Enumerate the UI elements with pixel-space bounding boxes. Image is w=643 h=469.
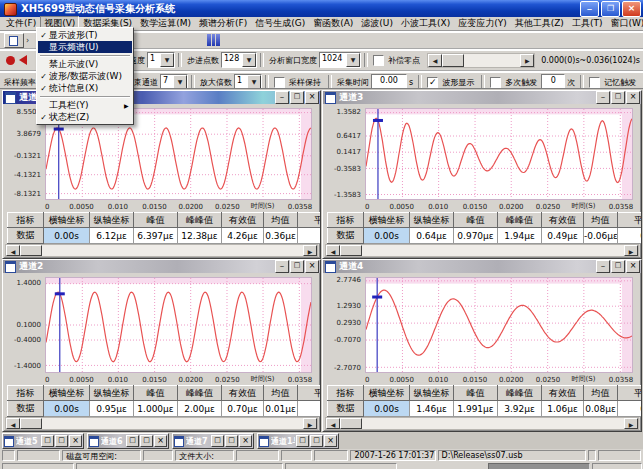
checkbox-box[interactable] (490, 77, 501, 88)
menu-item-9[interactable]: 应变应力(Y) (454, 16, 511, 31)
position-scrollbar[interactable] (427, 53, 535, 68)
menu-item[interactable]: 工具栏(Y)▶ (38, 99, 132, 111)
menu-item-4[interactable]: 频谱分析(F) (195, 16, 251, 31)
menu-item-12[interactable]: 窗口(W) (606, 16, 643, 31)
minimized-window[interactable]: 通道5 (2, 433, 84, 449)
menu-item-8[interactable]: 小波工具(X) (397, 16, 454, 31)
channel-titlebar[interactable]: 通道2 (3, 260, 320, 273)
waveform-chart[interactable]: 1.35820.64170.1417-0.3583-1.358300.00500… (325, 105, 639, 211)
menu-item-7[interactable]: 滤波(U) (357, 16, 397, 31)
maximize-button[interactable] (55, 435, 68, 447)
maximize-button[interactable] (290, 260, 304, 273)
menu-item-0[interactable]: 文件(F) (2, 16, 40, 31)
menu-item-10[interactable]: 其他工具(Z) (511, 16, 568, 31)
play-back-icon[interactable] (19, 55, 27, 65)
menu-item[interactable]: 禁止示波(V) (38, 58, 132, 70)
record-icon[interactable] (6, 56, 15, 65)
close-button[interactable] (626, 260, 640, 273)
menu-item-5[interactable]: 信号生成(G) (251, 16, 309, 31)
checkbox-box[interactable] (274, 77, 285, 88)
multi-trigger-checkbox[interactable]: 多次触发 (490, 77, 539, 88)
close-button[interactable] (154, 435, 167, 447)
scroll-left-icon[interactable] (6, 418, 20, 429)
memory-trigger-checkbox[interactable]: 记忆触发 (589, 77, 638, 88)
new-file-button[interactable] (4, 33, 24, 48)
maximize-button[interactable] (310, 435, 323, 447)
scroll-left-icon[interactable] (326, 245, 340, 256)
channel-titlebar[interactable]: 通道3 (323, 91, 641, 104)
scrollbar-track[interactable] (362, 245, 624, 256)
horizontal-scrollbar[interactable] (325, 417, 639, 430)
maximize-button[interactable] (225, 435, 238, 447)
scroll-right-icon[interactable] (520, 54, 534, 67)
close-button[interactable] (239, 435, 252, 447)
restore-button[interactable] (296, 435, 309, 447)
close-button[interactable] (69, 435, 82, 447)
menu-item[interactable]: ✓统计信息(X) (38, 82, 132, 94)
scrollbar-track[interactable] (362, 418, 624, 429)
scrollbar-track[interactable] (42, 418, 303, 429)
checkbox-box[interactable] (373, 55, 384, 66)
scrollbar-thumb[interactable] (340, 418, 362, 429)
menu-item[interactable]: ✓状态栏(Z) (38, 111, 132, 123)
menu-item-11[interactable]: 工具(T) (568, 16, 607, 31)
scrollbar-track[interactable] (42, 245, 303, 256)
scrollbar-track[interactable] (464, 54, 520, 67)
horizontal-scrollbar[interactable] (5, 417, 318, 430)
checkbox-box[interactable] (427, 77, 438, 88)
minimize-button[interactable] (580, 1, 599, 17)
restore-button[interactable] (126, 435, 139, 447)
minimized-window[interactable]: 通道1与通... (257, 433, 339, 449)
row-label[interactable]: 数据 (8, 401, 44, 417)
minimize-button[interactable] (275, 260, 289, 273)
row-label[interactable]: 数据 (328, 401, 364, 417)
menu-item[interactable]: ✓显示波形(T) (38, 29, 132, 41)
scrollbar-thumb[interactable] (442, 54, 464, 67)
minimize-button[interactable] (275, 91, 289, 104)
step-points-select[interactable]: 128 (221, 52, 257, 68)
menu-item[interactable]: ✓波形/数据示波(W) (38, 70, 132, 82)
close-button[interactable] (324, 435, 337, 447)
horizontal-scrollbar[interactable] (325, 244, 639, 257)
scroll-right-icon[interactable] (303, 245, 317, 256)
playback-speed-select[interactable]: 1 (147, 52, 175, 68)
maximize-button[interactable] (140, 435, 153, 447)
channel-titlebar[interactable]: 通道4 (323, 260, 641, 273)
scroll-right-icon[interactable] (624, 418, 638, 429)
close-button[interactable] (305, 91, 319, 104)
minimize-button[interactable] (596, 260, 610, 273)
close-button[interactable] (305, 260, 319, 273)
scroll-right-icon[interactable] (624, 245, 638, 256)
scroll-left-icon[interactable] (6, 245, 20, 256)
toolbar-overflow-icon[interactable]: › (26, 36, 29, 45)
scrollbar-thumb[interactable] (20, 245, 42, 256)
close-button[interactable] (622, 1, 641, 17)
waveform-chart[interactable]: 1.40000.1000-0.4000-1.400000.00500.0100.… (5, 274, 318, 384)
restore-button[interactable] (211, 435, 224, 447)
row-label[interactable]: 数据 (8, 228, 44, 244)
row-label[interactable]: 数据 (328, 228, 364, 244)
maximize-button[interactable] (611, 260, 625, 273)
channel-window-channel-2[interactable]: 通道2 1.40000.1000-0.4000-1.400000.00500.0… (2, 259, 321, 432)
scroll-left-icon[interactable] (326, 418, 340, 429)
scroll-left-icon[interactable] (428, 54, 442, 67)
minimized-window[interactable]: 通道7 (172, 433, 254, 449)
restore-button[interactable] (41, 435, 54, 447)
zero-compensation-checkbox[interactable]: 补偿零点 (373, 55, 422, 66)
checkbox-box[interactable] (589, 77, 600, 88)
close-button[interactable] (626, 91, 640, 104)
menu-item[interactable]: 显示频谱(U) (38, 41, 132, 53)
title-bar[interactable]: XH5699型动态信号采集分析系统 (0, 0, 643, 17)
menu-item-3[interactable]: 数学运算(M) (136, 16, 195, 31)
scrollbar-thumb[interactable] (340, 245, 362, 256)
sample-hold-checkbox[interactable]: 采样保持 (274, 77, 323, 88)
wave-display-checkbox[interactable]: 波形显示 (427, 77, 476, 88)
analysis-window-select[interactable]: 1024 (319, 52, 361, 68)
channel-window-channel-4[interactable]: 通道4 2.77461.29300.2930-0.7070-2.707000.0… (322, 259, 642, 432)
maximize-button[interactable] (611, 91, 625, 104)
scroll-right-icon[interactable] (303, 418, 317, 429)
menu-item-6[interactable]: 窗函数(A) (309, 16, 357, 31)
maximize-button[interactable] (290, 91, 304, 104)
minimize-button[interactable] (596, 91, 610, 104)
waveform-chart[interactable]: 2.77461.29300.2930-0.7070-2.707000.00500… (325, 274, 639, 384)
